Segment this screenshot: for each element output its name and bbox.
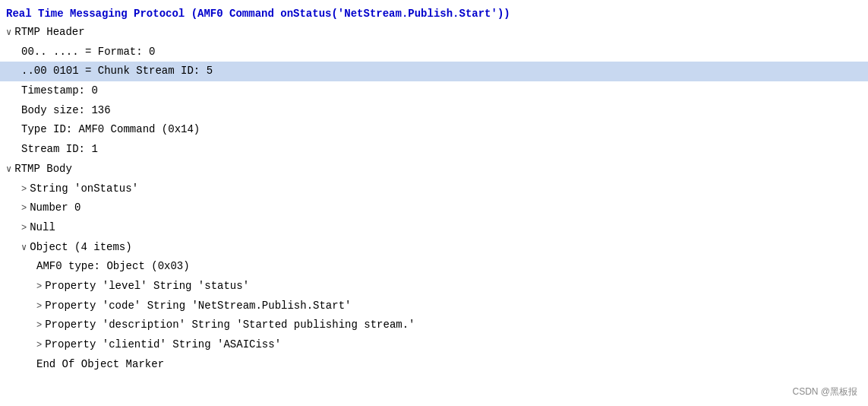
watermark: CSDN @黑板报 [792,385,857,398]
prop-description-text: Property 'description' String 'Started p… [45,319,415,331]
prop-level-arrow: > [36,280,42,294]
packet-title: Real Time Messaging Protocol (AMF0 Comma… [0,5,868,23]
type-id-text: Type ID: AMF0 Command (0x14) [21,123,200,135]
string-onstatus: > String 'onStatus' [0,179,868,199]
string-onstatus-text: String 'onStatus' [30,182,138,195]
rtmp-header-arrow: ∨ [6,26,11,40]
null-text: Null [30,221,55,233]
prop-level: > Property 'level' String 'status' [0,277,868,297]
body-size-text: Body size: 136 [21,104,111,116]
rtmp-body-arrow: ∨ [6,163,11,177]
object-4items-arrow: ∨ [21,241,27,255]
timestamp: Timestamp: 0 [0,81,868,101]
number-0: > Number 0 [0,198,868,218]
prop-clientid-text: Property 'clientid' String 'ASAICiss' [45,338,281,350]
rtmp-header: ∨ RTMP Header [0,23,868,43]
format: 00.. .... = Format: 0 [0,43,868,62]
packet-detail-panel: Real Time Messaging Protocol (AMF0 Comma… [0,0,868,406]
prop-level-text: Property 'level' String 'status' [45,280,249,292]
string-onstatus-arrow: > [21,182,27,197]
rtmp-body: ∨ RTMP Body [0,160,868,179]
prop-description-arrow: > [36,319,42,333]
chunk-stream-id: ..00 0101 = Chunk Stream ID: 5 [0,62,868,81]
prop-clientid-arrow: > [36,338,42,353]
null: > Null [0,218,868,238]
rtmp-body-text: RTMP Body [14,163,72,175]
null-arrow: > [21,221,27,236]
prop-code: > Property 'code' String 'NetStream.Publ… [0,297,868,316]
number-0-arrow: > [21,201,27,216]
amf0-type: AMF0 type: Object (0x03) [0,257,868,277]
chunk-stream-id-text: ..00 0101 = Chunk Stream ID: 5 [21,65,213,77]
body-size: Body size: 136 [0,101,868,121]
prop-code-arrow: > [36,300,42,314]
stream-id: Stream ID: 1 [0,140,868,160]
object-4items: ∨ Object (4 items) [0,238,868,258]
amf0-type-text: AMF0 type: Object (0x03) [36,260,190,272]
stream-id-text: Stream ID: 1 [21,143,98,155]
prop-code-text: Property 'code' String 'NetStream.Publis… [45,300,351,312]
rtmp-header-text: RTMP Header [14,26,84,38]
prop-clientid: > Property 'clientid' String 'ASAICiss' [0,335,868,355]
format-text: 00.. .... = Format: 0 [21,46,155,58]
tree-container: ∨ RTMP Header00.. .... = Format: 0..00 0… [0,23,868,374]
number-0-text: Number 0 [30,201,80,214]
type-id: Type ID: AMF0 Command (0x14) [0,120,868,140]
end-of-object: End Of Object Marker [0,355,868,375]
prop-description: > Property 'description' String 'Started… [0,316,868,335]
object-4items-text: Object (4 items) [30,241,131,253]
timestamp-text: Timestamp: 0 [21,84,98,97]
end-of-object-text: End Of Object Marker [36,358,164,370]
